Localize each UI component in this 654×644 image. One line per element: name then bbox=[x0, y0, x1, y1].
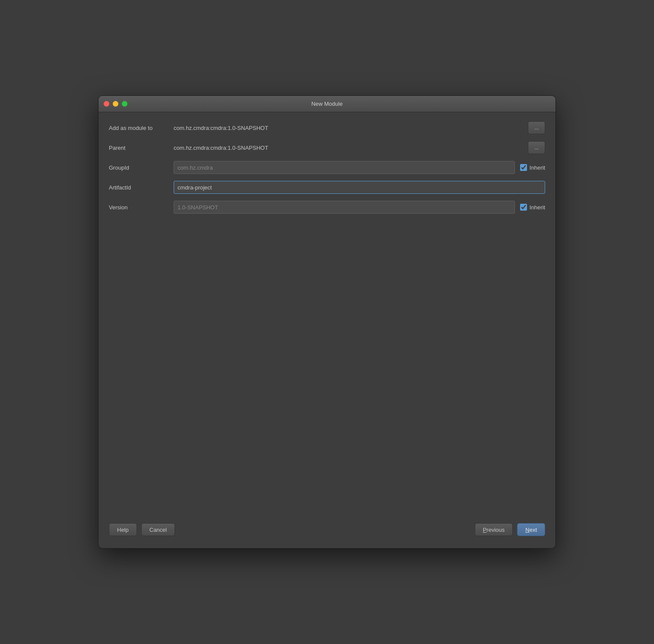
close-button[interactable] bbox=[104, 101, 109, 107]
version-inherit-label: Inherit bbox=[530, 204, 545, 211]
footer-right: Previous Next bbox=[475, 523, 545, 536]
version-label: Version bbox=[109, 204, 174, 211]
next-underline-char: Next bbox=[525, 527, 537, 533]
window-title: New Module bbox=[311, 101, 343, 107]
add-as-module-browse-button[interactable]: ... bbox=[528, 121, 545, 134]
parent-browse-button[interactable]: ... bbox=[528, 141, 545, 154]
dialog-content: Add as module to com.hz.cmdra:cmdra:1.0-… bbox=[98, 112, 556, 548]
next-button[interactable]: Next bbox=[517, 523, 545, 536]
footer-area: Help Cancel Previous Next bbox=[109, 516, 545, 540]
form-area: Add as module to com.hz.cmdra:cmdra:1.0-… bbox=[109, 121, 545, 368]
version-input[interactable] bbox=[174, 201, 515, 214]
version-inherit-container: Inherit bbox=[520, 204, 545, 211]
previous-button[interactable]: Previous bbox=[475, 523, 513, 536]
version-row: Version Inherit bbox=[109, 200, 545, 214]
group-id-inherit-checkbox[interactable] bbox=[520, 164, 527, 171]
cancel-button[interactable]: Cancel bbox=[141, 523, 175, 536]
title-bar: New Module bbox=[98, 96, 556, 112]
title-bar-controls bbox=[104, 101, 127, 107]
add-as-module-label: Add as module to bbox=[109, 125, 174, 131]
parent-value: com.hz.cmdra:cmdra:1.0-SNAPSHOT bbox=[174, 145, 524, 151]
dialog-window: New Module Add as module to com.hz.cmdra… bbox=[98, 95, 556, 549]
group-id-label: GroupId bbox=[109, 164, 174, 171]
artifact-id-input[interactable] bbox=[174, 181, 545, 194]
minimize-button[interactable] bbox=[113, 101, 118, 107]
artifact-id-label: ArtifactId bbox=[109, 184, 174, 191]
parent-row: Parent com.hz.cmdra:cmdra:1.0-SNAPSHOT .… bbox=[109, 141, 545, 155]
add-as-module-value: com.hz.cmdra:cmdra:1.0-SNAPSHOT bbox=[174, 125, 524, 131]
parent-label: Parent bbox=[109, 145, 174, 151]
group-id-inherit-container: Inherit bbox=[520, 164, 545, 171]
group-id-input[interactable] bbox=[174, 161, 515, 174]
footer-left: Help Cancel bbox=[109, 523, 175, 536]
previous-underline-char: Previous bbox=[483, 527, 505, 533]
help-button[interactable]: Help bbox=[109, 523, 137, 536]
artifact-id-row: ArtifactId bbox=[109, 180, 545, 194]
group-id-row: GroupId Inherit bbox=[109, 161, 545, 174]
maximize-button[interactable] bbox=[122, 101, 127, 107]
content-spacer bbox=[109, 368, 545, 516]
add-as-module-row: Add as module to com.hz.cmdra:cmdra:1.0-… bbox=[109, 121, 545, 135]
version-inherit-checkbox[interactable] bbox=[520, 204, 527, 211]
group-id-inherit-label: Inherit bbox=[530, 164, 545, 171]
